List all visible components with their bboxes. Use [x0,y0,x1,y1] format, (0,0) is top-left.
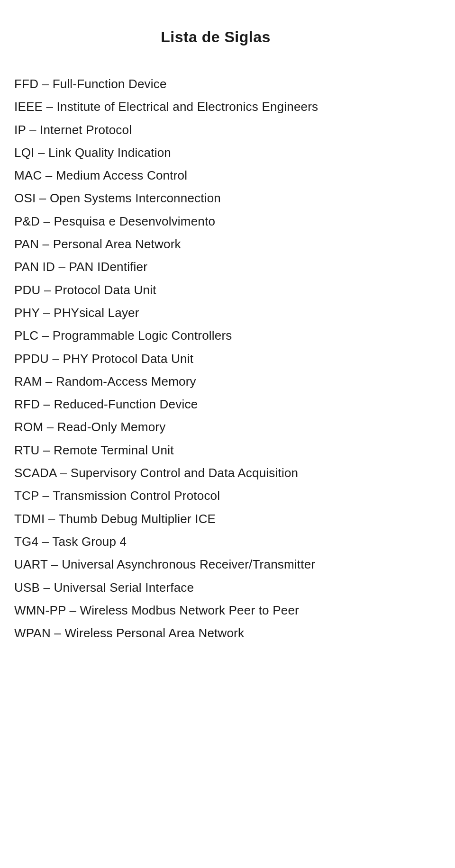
list-item: PDU – Protocol Data Unit [14,280,417,299]
list-item: TDMI – Thumb Debug Multiplier ICE [14,509,417,528]
list-item: PAN – Personal Area Network [14,235,417,253]
list-item: OSI – Open Systems Interconnection [14,189,417,208]
list-item: IP – Internet Protocol [14,120,417,139]
list-item: WMN-PP – Wireless Modbus Network Peer to… [14,601,417,620]
list-item: P&D – Pesquisa e Desenvolvimento [14,212,417,231]
list-item: FFD – Full-Function Device [14,74,417,93]
list-item: LQI – Link Quality Indication [14,143,417,162]
list-item: ROM – Read-Only Memory [14,417,417,436]
list-item: TG4 – Task Group 4 [14,532,417,551]
list-item: IEEE – Institute of Electrical and Elect… [14,97,417,116]
list-item: PPDU – PHY Protocol Data Unit [14,349,417,368]
list-item: SCADA – Supervisory Control and Data Acq… [14,463,417,482]
list-item: PAN ID – PAN IDentifier [14,257,417,276]
list-item: MAC – Medium Access Control [14,166,417,185]
list-item: PLC – Programmable Logic Controllers [14,326,417,345]
list-item: RAM – Random-Access Memory [14,372,417,391]
list-item: RFD – Reduced-Function Device [14,395,417,414]
page-title: Lista de Siglas [14,28,417,46]
list-item: WPAN – Wireless Personal Area Network [14,624,417,642]
list-item: RTU – Remote Terminal Unit [14,441,417,460]
list-item: PHY – PHYsical Layer [14,303,417,322]
list-item: TCP – Transmission Control Protocol [14,486,417,505]
list-item: USB – Universal Serial Interface [14,578,417,597]
list-item: UART – Universal Asynchronous Receiver/T… [14,555,417,574]
acronym-list: FFD – Full-Function DeviceIEEE – Institu… [14,74,417,642]
